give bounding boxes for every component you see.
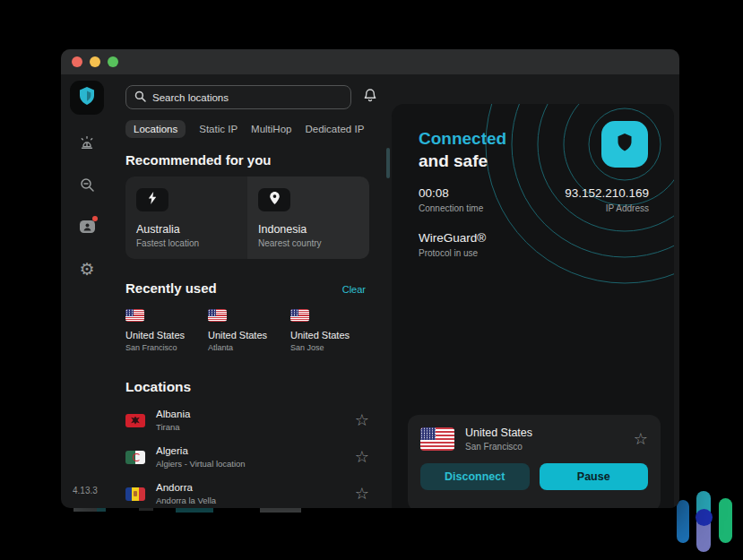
tab-locations[interactable]: Locations bbox=[125, 120, 186, 138]
location-detail: Tirana bbox=[156, 422, 190, 432]
status-safe-text: and safe bbox=[419, 150, 506, 172]
notifications-bell-icon bbox=[363, 88, 377, 107]
lightning-icon bbox=[148, 192, 157, 208]
favorite-star-icon[interactable]: ☆ bbox=[634, 431, 648, 447]
recommended-desc: Fastest location bbox=[136, 238, 237, 248]
search-icon bbox=[134, 90, 146, 106]
locations-heading: Locations bbox=[125, 379, 380, 395]
recent-city: San Francisco bbox=[125, 343, 208, 352]
locations-panel: Locations Static IP MultiHop Dedicated I… bbox=[113, 74, 396, 508]
disconnect-button[interactable]: Disconnect bbox=[420, 463, 530, 490]
sidebar-item-vpn[interactable] bbox=[70, 81, 104, 115]
recently-used-list: United States San Francisco United State… bbox=[125, 309, 380, 352]
surfshark-logo-badge bbox=[601, 121, 648, 168]
recommended-country: Indonesia bbox=[258, 223, 359, 236]
recent-item[interactable]: United States San Jose bbox=[290, 309, 373, 352]
location-row-andorra[interactable]: Andorra Andorra la Vella ☆ bbox=[125, 482, 369, 505]
location-name: Albania bbox=[156, 409, 190, 419]
sidebar-nav: ⚙ 4.13.3 bbox=[61, 74, 113, 508]
icon-tile bbox=[136, 188, 168, 211]
us-flag bbox=[125, 309, 144, 322]
surfshark-shield-icon bbox=[616, 132, 634, 157]
surfshark-shield-icon bbox=[78, 86, 96, 109]
connection-time-value: 00:08 bbox=[419, 186, 483, 200]
antivirus-siren-icon bbox=[78, 134, 96, 156]
us-flag bbox=[420, 427, 454, 451]
recent-item[interactable]: United States San Francisco bbox=[125, 309, 208, 352]
location-row-albania[interactable]: Albania Tirana ☆ bbox=[125, 409, 369, 432]
recently-used-heading: Recently used bbox=[125, 280, 217, 296]
recommended-card-indonesia[interactable]: Indonesia Nearest country bbox=[247, 177, 369, 259]
pause-button[interactable]: Pause bbox=[540, 463, 649, 490]
protocol-block: WireGuard® Protocol in use bbox=[419, 231, 486, 258]
favorite-star-icon[interactable]: ☆ bbox=[355, 486, 369, 502]
location-pin-icon bbox=[270, 192, 280, 208]
recent-country: United States bbox=[290, 330, 373, 340]
clear-recent-button[interactable]: Clear bbox=[342, 284, 366, 295]
alert-search-icon bbox=[79, 177, 96, 197]
zoom-button[interactable] bbox=[108, 56, 118, 67]
gear-icon: ⚙ bbox=[79, 261, 94, 278]
recent-item[interactable]: United States Atlanta bbox=[208, 309, 290, 352]
icon-tile bbox=[258, 188, 290, 211]
location-row-algeria[interactable]: Algeria Algiers - Virtual location ☆ bbox=[125, 445, 369, 469]
connected-city: San Francisco bbox=[465, 442, 532, 452]
recommended-desc: Nearest country bbox=[258, 238, 359, 248]
connection-time-block: 00:08 Connection time bbox=[419, 186, 483, 213]
recommended-card-australia[interactable]: Australia Fastest location bbox=[125, 177, 247, 259]
ip-address-label: IP Address bbox=[565, 203, 649, 213]
scrollbar-thumb[interactable] bbox=[386, 148, 390, 178]
search-input[interactable] bbox=[152, 92, 342, 103]
andorra-flag bbox=[125, 487, 145, 501]
close-button[interactable] bbox=[72, 56, 82, 67]
server-type-tabs: Locations Static IP MultiHop Dedicated I… bbox=[125, 120, 380, 138]
recommended-heading: Recommended for you bbox=[125, 152, 380, 168]
recent-country: United States bbox=[208, 330, 290, 340]
tab-multihop[interactable]: MultiHop bbox=[251, 124, 291, 134]
ip-address-value: 93.152.210.169 bbox=[565, 186, 649, 200]
location-name: Algeria bbox=[156, 445, 246, 456]
protocol-label: Protocol in use bbox=[419, 248, 486, 258]
protocol-value: WireGuard® bbox=[419, 231, 486, 245]
notification-dot bbox=[92, 216, 98, 221]
deco-bar-blue bbox=[677, 500, 689, 543]
notifications-button[interactable] bbox=[360, 88, 380, 108]
sidebar-item-alert[interactable] bbox=[76, 176, 98, 197]
surfshark-app-window: ⚙ 4.13.3 bbox=[61, 49, 679, 508]
us-flag bbox=[290, 309, 309, 322]
favorite-star-icon[interactable]: ☆ bbox=[355, 449, 369, 465]
window-titlebar[interactable] bbox=[61, 49, 679, 74]
favorite-star-icon[interactable]: ☆ bbox=[355, 412, 369, 428]
sidebar-item-settings[interactable]: ⚙ bbox=[76, 258, 98, 280]
recent-city: Atlanta bbox=[208, 343, 290, 352]
albania-flag bbox=[125, 414, 145, 427]
deco-circle-blue bbox=[695, 509, 713, 526]
us-flag bbox=[208, 309, 227, 322]
connected-country: United States bbox=[465, 426, 532, 439]
recommended-country: Australia bbox=[136, 223, 237, 236]
connection-status-panel: Connected and safe 00:08 Connection time… bbox=[392, 104, 674, 508]
tab-dedicated-ip[interactable]: Dedicated IP bbox=[305, 124, 364, 134]
location-detail: Andorra la Vella bbox=[156, 495, 216, 505]
sidebar-item-alternative-id[interactable] bbox=[76, 217, 98, 238]
status-connected-text: Connected bbox=[419, 127, 506, 150]
tab-static-ip[interactable]: Static IP bbox=[199, 124, 238, 134]
deco-bar-green bbox=[719, 498, 732, 543]
minimize-button[interactable] bbox=[90, 56, 100, 67]
desktop-background: ⚙ 4.13.3 bbox=[0, 0, 743, 560]
sidebar-item-antivirus[interactable] bbox=[76, 134, 98, 156]
location-name: Andorra bbox=[156, 482, 216, 493]
recommended-cards: Australia Fastest location bbox=[125, 177, 369, 259]
connection-status-heading: Connected and safe bbox=[419, 127, 506, 172]
ip-address-block: 93.152.210.169 IP Address bbox=[565, 186, 649, 213]
current-connection-card: United States San Francisco ☆ Disconnect… bbox=[408, 415, 661, 508]
app-version: 4.13.3 bbox=[73, 486, 98, 495]
algeria-flag bbox=[125, 451, 145, 464]
search-box[interactable] bbox=[125, 85, 351, 109]
location-detail: Algiers - Virtual location bbox=[156, 459, 246, 469]
recent-city: San Jose bbox=[290, 343, 373, 352]
connection-time-label: Connection time bbox=[419, 203, 483, 213]
recent-country: United States bbox=[125, 330, 208, 340]
